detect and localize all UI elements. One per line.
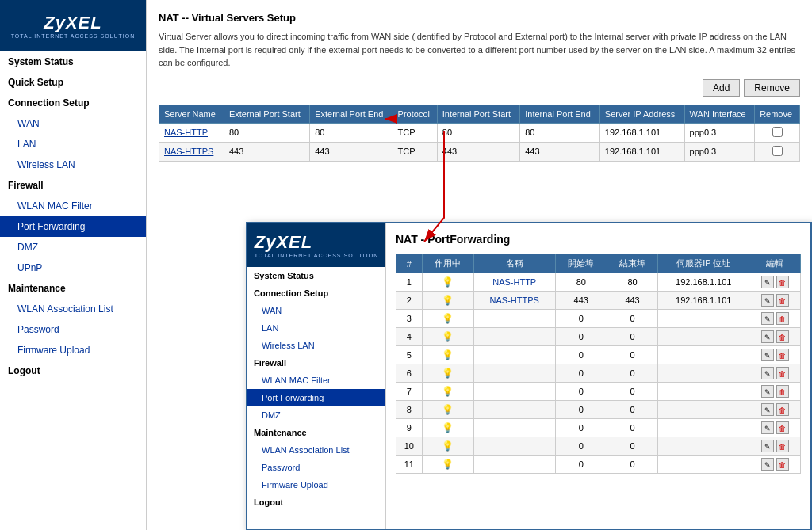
delete-button[interactable]: 🗑 bbox=[776, 330, 789, 343]
ext-end-cell: 443 bbox=[310, 142, 393, 161]
row-edit[interactable]: ✎ 🗑 bbox=[749, 273, 801, 292]
col-int-end: Internal Port End bbox=[520, 105, 600, 123]
sidebar-item-connection-setup[interactable]: Connection Setup bbox=[0, 93, 146, 113]
sidebar-item-dmz[interactable]: DMZ bbox=[0, 237, 146, 257]
edit-button[interactable]: ✎ bbox=[761, 421, 774, 434]
edit-button[interactable]: ✎ bbox=[761, 458, 774, 471]
row-edit[interactable]: ✎ 🗑 bbox=[749, 328, 801, 346]
overlay-sidebar-logout[interactable]: Logout bbox=[247, 494, 385, 511]
row-edit[interactable]: ✎ 🗑 bbox=[749, 456, 801, 474]
row-edit[interactable]: ✎ 🗑 bbox=[749, 346, 801, 364]
sidebar-item-port-forwarding[interactable]: Port Forwarding bbox=[0, 216, 146, 237]
row-name[interactable]: NAS-HTTP bbox=[473, 273, 555, 292]
row-name[interactable] bbox=[473, 346, 555, 364]
row-name[interactable] bbox=[473, 456, 555, 474]
sidebar-item-quick-setup[interactable]: Quick Setup bbox=[0, 72, 146, 93]
overlay-sidebar-port-forwarding[interactable]: Port Forwarding bbox=[247, 389, 385, 406]
delete-button[interactable]: 🗑 bbox=[776, 385, 789, 398]
overlay-sidebar-dmz[interactable]: DMZ bbox=[247, 406, 385, 424]
logo-area: ZyXEL TOTAL INTERNET ACCESS SOLUTION bbox=[0, 0, 146, 51]
row-active: 💡 bbox=[422, 401, 473, 419]
overlay-sidebar-connection-setup[interactable]: Connection Setup bbox=[247, 284, 385, 302]
sidebar-item-firewall[interactable]: Firewall bbox=[0, 175, 146, 196]
remove-cell[interactable] bbox=[755, 123, 800, 142]
ol-col-edit: 編輯 bbox=[749, 254, 801, 273]
active-icon: 💡 bbox=[442, 276, 454, 288]
row-num: 2 bbox=[396, 292, 423, 310]
delete-button[interactable]: 🗑 bbox=[776, 440, 789, 452]
edit-button[interactable]: ✎ bbox=[761, 385, 774, 398]
delete-button[interactable]: 🗑 bbox=[776, 294, 789, 307]
edit-button[interactable]: ✎ bbox=[761, 367, 774, 379]
row-name[interactable] bbox=[473, 437, 555, 456]
overlay-sidebar-wlan-mac-filter[interactable]: WLAN MAC Filter bbox=[247, 372, 385, 389]
sidebar: ZyXEL TOTAL INTERNET ACCESS SOLUTION Sys… bbox=[0, 0, 147, 530]
int-start-cell: 443 bbox=[437, 142, 519, 161]
delete-button[interactable]: 🗑 bbox=[776, 458, 789, 471]
row-edit[interactable]: ✎ 🗑 bbox=[749, 364, 801, 383]
overlay-sidebar-maintenance[interactable]: Maintenance bbox=[247, 424, 385, 441]
overlay-sidebar-wireless-lan[interactable]: Wireless LAN bbox=[247, 337, 385, 354]
overlay-table-row: 9 💡 0 0 ✎ 🗑 bbox=[396, 419, 801, 437]
overlay-sidebar-firmware-upload[interactable]: Firmware Upload bbox=[247, 476, 385, 494]
toolbar: Add Remove bbox=[159, 79, 800, 97]
ol-col-name: 名稱 bbox=[473, 254, 555, 273]
row-edit[interactable]: ✎ 🗑 bbox=[749, 383, 801, 401]
row-edit[interactable]: ✎ 🗑 bbox=[749, 419, 801, 437]
server-name-cell[interactable]: NAS-HTTP bbox=[159, 123, 224, 142]
row-ip bbox=[658, 419, 749, 437]
edit-button[interactable]: ✎ bbox=[761, 349, 774, 361]
overlay-sidebar-password[interactable]: Password bbox=[247, 459, 385, 476]
delete-button[interactable]: 🗑 bbox=[776, 421, 789, 434]
overlay-sidebar-system-status[interactable]: System Status bbox=[247, 267, 385, 284]
delete-button[interactable]: 🗑 bbox=[776, 276, 789, 288]
sidebar-item-wlan-mac-filter[interactable]: WLAN MAC Filter bbox=[0, 196, 146, 216]
row-name[interactable]: NAS-HTTPS bbox=[473, 292, 555, 310]
edit-button[interactable]: ✎ bbox=[761, 312, 774, 325]
overlay-sidebar-firewall[interactable]: Firewall bbox=[247, 354, 385, 372]
overlay-logo-text: ZyXEL bbox=[255, 232, 379, 253]
sidebar-item-upnp[interactable]: UPnP bbox=[0, 257, 146, 278]
col-remove: Remove bbox=[755, 105, 800, 123]
row-name[interactable] bbox=[473, 401, 555, 419]
sidebar-item-wan[interactable]: WAN bbox=[0, 113, 146, 134]
remove-checkbox[interactable] bbox=[772, 146, 783, 156]
remove-checkbox[interactable] bbox=[772, 127, 783, 137]
edit-button[interactable]: ✎ bbox=[761, 403, 774, 416]
row-name[interactable] bbox=[473, 310, 555, 328]
edit-button[interactable]: ✎ bbox=[761, 440, 774, 452]
remove-button[interactable]: Remove bbox=[744, 79, 800, 97]
delete-button[interactable]: 🗑 bbox=[776, 367, 789, 379]
remove-cell[interactable] bbox=[755, 142, 800, 161]
row-edit[interactable]: ✎ 🗑 bbox=[749, 401, 801, 419]
row-edit[interactable]: ✎ 🗑 bbox=[749, 310, 801, 328]
edit-button[interactable]: ✎ bbox=[761, 330, 774, 343]
overlay-title: NAT - PortForwarding bbox=[396, 233, 801, 246]
sidebar-item-maintenance[interactable]: Maintenance bbox=[0, 278, 146, 299]
sidebar-item-firmware-upload[interactable]: Firmware Upload bbox=[0, 340, 146, 360]
overlay-sidebar-wlan-assoc[interactable]: WLAN Association List bbox=[247, 441, 385, 459]
overlay-sidebar-lan[interactable]: LAN bbox=[247, 319, 385, 337]
edit-button[interactable]: ✎ bbox=[761, 276, 774, 288]
sidebar-item-wlan-assoc[interactable]: WLAN Association List bbox=[0, 299, 146, 319]
row-name[interactable] bbox=[473, 419, 555, 437]
delete-button[interactable]: 🗑 bbox=[776, 312, 789, 325]
sidebar-item-system-status[interactable]: System Status bbox=[0, 51, 146, 72]
row-name[interactable] bbox=[473, 328, 555, 346]
add-button[interactable]: Add bbox=[703, 79, 740, 97]
row-edit[interactable]: ✎ 🗑 bbox=[749, 437, 801, 456]
row-edit[interactable]: ✎ 🗑 bbox=[749, 292, 801, 310]
edit-button[interactable]: ✎ bbox=[761, 294, 774, 307]
sidebar-item-lan[interactable]: LAN bbox=[0, 134, 146, 154]
sidebar-item-wireless-lan[interactable]: Wireless LAN bbox=[0, 154, 146, 175]
delete-button[interactable]: 🗑 bbox=[776, 349, 789, 361]
sidebar-item-logout[interactable]: Logout bbox=[0, 360, 146, 381]
sidebar-item-password[interactable]: Password bbox=[0, 319, 146, 340]
row-num: 5 bbox=[396, 346, 423, 364]
overlay-sidebar-wan[interactable]: WAN bbox=[247, 302, 385, 319]
delete-button[interactable]: 🗑 bbox=[776, 403, 789, 416]
row-name[interactable] bbox=[473, 364, 555, 383]
server-name-cell[interactable]: NAS-HTTPS bbox=[159, 142, 224, 161]
row-name[interactable] bbox=[473, 383, 555, 401]
row-start: 0 bbox=[555, 419, 607, 437]
